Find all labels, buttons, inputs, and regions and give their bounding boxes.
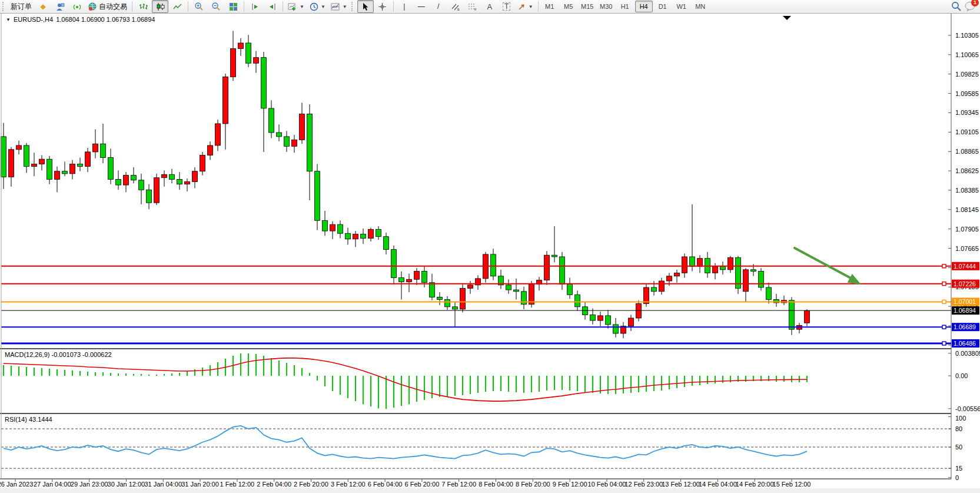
svg-text:1.06689: 1.06689 (954, 323, 976, 330)
timeframe-mn[interactable]: MN (692, 1, 709, 12)
toolbar-drag-handle[interactable] (351, 2, 356, 11)
horizontal-line-tool-icon[interactable]: — (413, 0, 430, 13)
svg-text:7 Feb 12:00: 7 Feb 12:00 (441, 481, 476, 488)
accounts-icon[interactable] (52, 0, 68, 13)
svg-text:0: 0 (955, 474, 959, 481)
signal-icon[interactable] (69, 0, 85, 13)
timeframe-w1[interactable]: W1 (673, 1, 690, 12)
vertical-line-tool-icon[interactable]: | (396, 0, 413, 13)
chat-badge: 1 (971, 0, 979, 6)
svg-text:9 Feb 12:00: 9 Feb 12:00 (553, 481, 587, 488)
fibonacci-tool-icon[interactable]: F (464, 0, 481, 13)
toolbar-separator (244, 1, 244, 12)
svg-text:F: F (474, 8, 477, 11)
svg-text:6 Feb 20:00: 6 Feb 20:00 (405, 481, 440, 488)
timeframe-h1[interactable]: H1 (616, 1, 634, 12)
svg-text:1.07665: 1.07665 (955, 245, 979, 252)
toolbar-separator (188, 1, 188, 12)
chart-shift-icon[interactable] (247, 0, 263, 13)
svg-text:1.08625: 1.08625 (955, 167, 979, 174)
chart-canvas[interactable]: 1.103051.100651.098251.095851.093451.091… (0, 0, 980, 493)
svg-text:1.09345: 1.09345 (955, 109, 979, 116)
svg-text:3 Feb 12:00: 3 Feb 12:00 (331, 481, 366, 488)
svg-text:8 Feb 04:00: 8 Feb 04:00 (479, 481, 513, 488)
crosshair-icon[interactable] (374, 0, 391, 13)
svg-text:27 Jan 04:00: 27 Jan 04:00 (34, 481, 71, 488)
svg-text:15: 15 (955, 465, 962, 472)
svg-text:10 Feb 04:00: 10 Feb 04:00 (588, 481, 626, 488)
svg-text:0.00: 0.00 (955, 372, 968, 379)
gold-bars-icon[interactable]: ◆ (35, 0, 51, 13)
toolbar-separator (132, 1, 132, 12)
zoom-in-icon[interactable] (191, 0, 207, 13)
timeframe-h4[interactable]: H4 (635, 1, 653, 12)
svg-text:31 Jan 04:00: 31 Jan 04:00 (144, 481, 182, 488)
svg-text:2 Feb 20:00: 2 Feb 20:00 (294, 481, 328, 488)
svg-text:1.09105: 1.09105 (955, 128, 979, 135)
channel-tool-icon[interactable]: E (447, 0, 464, 13)
timeframe-m30[interactable]: M30 (597, 1, 615, 12)
bar-chart-icon[interactable] (135, 0, 151, 13)
svg-text:30 Jan 12:00: 30 Jan 12:00 (108, 481, 145, 488)
svg-text:14 Feb 04:00: 14 Feb 04:00 (699, 481, 737, 488)
svg-text:-0.005569: -0.005569 (955, 405, 980, 412)
toolbar-separator (538, 1, 539, 12)
svg-text:1.10305: 1.10305 (955, 32, 979, 39)
svg-text:E: E (457, 8, 460, 11)
svg-text:1.09825: 1.09825 (955, 71, 979, 78)
svg-text:1.07905: 1.07905 (955, 226, 979, 233)
mt4-window: { "toolbar": { "new_order_label": "新订单",… (0, 0, 980, 493)
trendline-tool-icon[interactable]: / (430, 0, 447, 13)
svg-text:100: 100 (955, 415, 966, 422)
svg-text:8 Feb 20:00: 8 Feb 20:00 (516, 481, 550, 488)
svg-text:1.06486: 1.06486 (954, 340, 976, 347)
svg-text:14 Feb 20:00: 14 Feb 20:00 (736, 481, 774, 488)
svg-text:1.10065: 1.10065 (955, 51, 979, 58)
svg-text:0.003805: 0.003805 (955, 350, 980, 357)
svg-text:2 Feb 04:00: 2 Feb 04:00 (257, 481, 291, 488)
timeframe-d1[interactable]: D1 (654, 1, 672, 12)
tile-windows-icon[interactable] (225, 0, 241, 13)
templates-button[interactable]: ▼ (328, 0, 350, 13)
timeframe-m5[interactable]: M5 (560, 1, 577, 12)
text-tool-icon[interactable]: A (481, 0, 498, 13)
svg-text:1.07001: 1.07001 (954, 298, 976, 305)
svg-text:6 Feb 04:00: 6 Feb 04:00 (368, 481, 403, 488)
svg-text:1.06894: 1.06894 (954, 307, 976, 314)
arrows-tool-icon[interactable]: ▼ (516, 0, 536, 13)
cursor-icon[interactable] (357, 0, 374, 13)
auto-trading-button[interactable]: 自动交易 (86, 0, 129, 13)
svg-text:15 Feb 12:00: 15 Feb 12:00 (773, 481, 811, 488)
svg-text:1.08385: 1.08385 (955, 187, 979, 194)
svg-text:13 Feb 12:00: 13 Feb 12:00 (662, 481, 700, 488)
auto-scroll-icon[interactable] (264, 0, 280, 13)
timeframe-toolbar: M1M5M15M30H1H4D1W1MN (541, 1, 709, 12)
text-label-tool-icon[interactable]: T (499, 0, 515, 13)
svg-text:1.09585: 1.09585 (955, 90, 979, 97)
search-icon[interactable] (951, 1, 961, 12)
candlestick-chart-icon[interactable] (152, 0, 168, 13)
svg-text:1.08865: 1.08865 (955, 148, 979, 155)
svg-text:26 Jan 2023: 26 Jan 2023 (0, 481, 33, 488)
svg-text:1.07444: 1.07444 (954, 263, 976, 270)
chat-icon[interactable]: 1 (965, 1, 975, 12)
svg-text:29 Jan 23:00: 29 Jan 23:00 (71, 481, 108, 488)
toolbar-drag-handle[interactable] (2, 2, 6, 11)
svg-text:1 Feb 12:00: 1 Feb 12:00 (220, 481, 255, 488)
svg-text:12 Feb 23:00: 12 Feb 23:00 (624, 481, 663, 488)
periods-clock-button[interactable]: ▼ (307, 0, 328, 13)
toolbar: 新订单 ◆ 自动交易 ▼ ▼ (0, 0, 980, 14)
svg-text:1.08145: 1.08145 (955, 206, 979, 213)
line-chart-icon[interactable] (169, 0, 185, 13)
new-order-button[interactable]: 新订单 (8, 0, 34, 13)
timeframe-m1[interactable]: M1 (541, 1, 559, 12)
timeframe-m15[interactable]: M15 (579, 1, 596, 12)
svg-text:80: 80 (955, 425, 962, 432)
zoom-out-icon[interactable] (208, 0, 224, 13)
svg-text:1.07226: 1.07226 (954, 280, 976, 287)
svg-text:50: 50 (955, 444, 962, 451)
toolbar-separator (283, 1, 283, 12)
new-chart-button[interactable]: ▼ (285, 0, 307, 13)
toolbar-separator (393, 1, 394, 12)
svg-text:31 Jan 20:00: 31 Jan 20:00 (181, 481, 219, 488)
